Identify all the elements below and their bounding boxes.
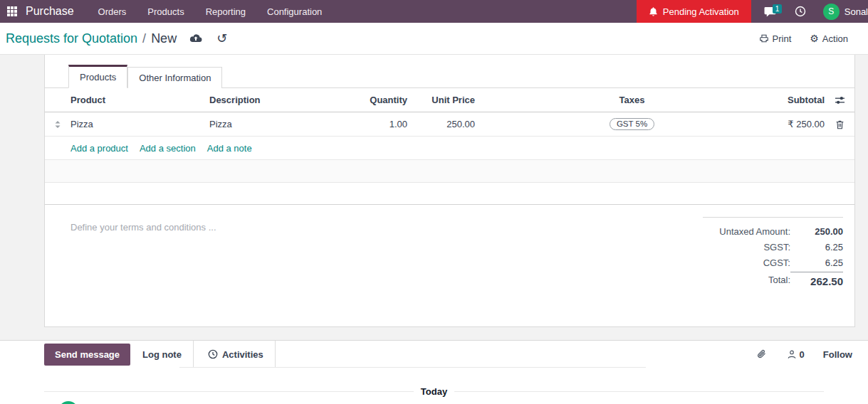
empty-row bbox=[45, 183, 854, 205]
add-a-product-link[interactable]: Add a product bbox=[70, 143, 128, 154]
table-row: Pizza Pizza 1.00 250.00 GST 5% ₹ 250.00 bbox=[45, 112, 854, 137]
gear-icon: ⚙ bbox=[810, 33, 819, 43]
send-message-button[interactable]: Send message bbox=[44, 344, 130, 366]
notebook-tabs: Products Other Information bbox=[45, 55, 854, 88]
messages-button[interactable]: 1 bbox=[764, 6, 776, 17]
clock-icon bbox=[208, 349, 218, 359]
sgst-row: SGST: 6.25 bbox=[703, 239, 843, 255]
tab-other-information[interactable]: Other Information bbox=[127, 67, 222, 88]
untaxed-amount-label: Untaxed Amount: bbox=[719, 226, 790, 237]
divider bbox=[275, 341, 276, 368]
action-label: Action bbox=[822, 33, 848, 44]
breadcrumb-parent[interactable]: Requests for Quotation bbox=[6, 31, 137, 46]
cell-taxes: GST 5% bbox=[475, 118, 746, 130]
breadcrumb-current: New bbox=[151, 31, 177, 46]
header-quantity: Quantity bbox=[341, 95, 407, 105]
cgst-row: CGST: 6.25 bbox=[703, 255, 843, 270]
activities-label: Activities bbox=[222, 349, 263, 360]
tab-products[interactable]: Products bbox=[68, 65, 127, 88]
drag-handle-icon[interactable] bbox=[45, 120, 70, 129]
delete-row-icon[interactable] bbox=[825, 119, 854, 129]
printer-icon bbox=[759, 33, 769, 43]
header-subtotal: Subtotal bbox=[746, 95, 825, 105]
add-a-note-link[interactable]: Add a note bbox=[207, 143, 252, 154]
cell-subtotal: ₹ 250.00 bbox=[746, 119, 825, 129]
purchase-app-screen: Purchase Orders Products Reporting Confi… bbox=[0, 0, 868, 404]
header-product: Product bbox=[70, 95, 209, 105]
cell-unit-price[interactable]: 250.00 bbox=[407, 119, 475, 129]
add-line-row: Add a product Add a section Add a note bbox=[45, 137, 854, 160]
followers-count: 0 bbox=[800, 349, 805, 360]
cell-quantity[interactable]: 1.00 bbox=[341, 119, 407, 129]
order-lines-header: Product Description Quantity Unit Price … bbox=[45, 88, 854, 112]
user-avatar[interactable]: S bbox=[823, 4, 840, 20]
message-author-avatar bbox=[58, 401, 78, 404]
total-row: Total: 262.50 bbox=[703, 272, 843, 287]
control-panel: Requests for Quotation / New ↺ Print ⚙ A… bbox=[0, 23, 868, 55]
save-cloud-icon[interactable] bbox=[189, 33, 202, 43]
action-button[interactable]: ⚙ Action bbox=[810, 33, 848, 44]
pending-activation-button[interactable]: Pending Activation bbox=[637, 0, 751, 23]
nav-menu: Orders Products Reporting Configuration bbox=[98, 6, 323, 17]
divider bbox=[193, 341, 194, 368]
untaxed-amount-row: Untaxed Amount: 250.00 bbox=[703, 223, 843, 239]
app-name[interactable]: Purchase bbox=[26, 5, 74, 18]
nav-item-configuration[interactable]: Configuration bbox=[267, 6, 322, 17]
cgst-label: CGST: bbox=[763, 257, 790, 268]
date-divider-label: Today bbox=[421, 386, 447, 397]
breadcrumb-separator: / bbox=[142, 31, 146, 46]
divider-line bbox=[454, 391, 824, 392]
header-taxes: Taxes bbox=[475, 95, 746, 105]
attachment-paperclip-icon[interactable] bbox=[756, 349, 767, 360]
nav-item-products[interactable]: Products bbox=[147, 6, 184, 17]
user-name[interactable]: Sonal bbox=[845, 6, 868, 17]
add-a-section-link[interactable]: Add a section bbox=[140, 143, 196, 154]
header-unit-price: Unit Price bbox=[407, 95, 475, 105]
totals-block: Untaxed Amount: 250.00 SGST: 6.25 CGST: … bbox=[703, 217, 843, 287]
total-label: Total: bbox=[768, 275, 790, 285]
pending-activation-label: Pending Activation bbox=[663, 6, 739, 17]
bell-icon bbox=[649, 6, 658, 16]
print-button[interactable]: Print bbox=[759, 33, 792, 44]
sgst-value: 6.25 bbox=[790, 242, 843, 253]
cgst-value: 6.25 bbox=[790, 257, 843, 268]
total-value: 262.50 bbox=[790, 272, 843, 287]
optional-columns-icon[interactable] bbox=[825, 95, 854, 105]
form-sheet: Products Other Information Product Descr… bbox=[44, 55, 855, 327]
date-divider: Today bbox=[44, 386, 824, 397]
header-description: Description bbox=[209, 95, 341, 105]
chatter-tabs-underline bbox=[179, 367, 646, 368]
print-label: Print bbox=[773, 33, 792, 44]
chatter: Send message Log note Activities 0 Follo… bbox=[0, 340, 868, 404]
person-icon bbox=[787, 349, 797, 360]
nav-item-reporting[interactable]: Reporting bbox=[206, 6, 246, 17]
sheet-bottom-section: Define your terms and conditions ... Unt… bbox=[45, 205, 854, 287]
activity-clock-icon[interactable] bbox=[795, 6, 806, 17]
untaxed-amount-value: 250.00 bbox=[790, 226, 843, 237]
top-navbar: Purchase Orders Products Reporting Confi… bbox=[0, 0, 868, 23]
divider-line bbox=[44, 391, 414, 392]
empty-row bbox=[45, 160, 854, 183]
followers-button[interactable]: 0 bbox=[787, 349, 805, 360]
nav-item-orders[interactable]: Orders bbox=[98, 6, 127, 17]
tax-tag[interactable]: GST 5% bbox=[610, 118, 654, 130]
sgst-label: SGST: bbox=[763, 242, 790, 253]
apps-grid-icon[interactable] bbox=[7, 6, 17, 16]
log-note-button[interactable]: Log note bbox=[142, 349, 182, 360]
messages-count-badge: 1 bbox=[773, 4, 783, 14]
chatter-toolbar: Send message Log note Activities 0 Follo… bbox=[0, 341, 868, 368]
cell-description[interactable]: Pizza bbox=[209, 119, 341, 129]
discard-undo-icon[interactable]: ↺ bbox=[216, 32, 227, 45]
follow-button[interactable]: Follow bbox=[823, 349, 852, 360]
terms-and-conditions-field[interactable]: Define your terms and conditions ... bbox=[70, 217, 703, 287]
cell-product[interactable]: Pizza bbox=[70, 119, 209, 129]
activities-button[interactable]: Activities bbox=[208, 349, 263, 360]
